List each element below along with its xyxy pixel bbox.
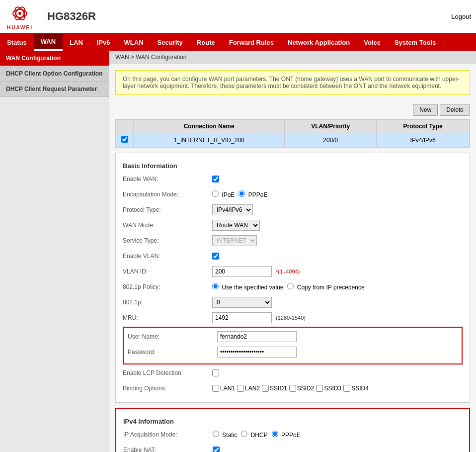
binding-ssid1-checkbox[interactable] xyxy=(262,385,269,392)
nav-forward-rules[interactable]: Forward Rules xyxy=(222,35,281,50)
wan-mode-select[interactable]: Route WAN Bridge WAN xyxy=(212,220,260,231)
breadcrumb: WAN > WAN Configuration xyxy=(109,51,476,64)
nav-status[interactable]: Status xyxy=(0,35,34,50)
policy-specified-radio[interactable] xyxy=(212,283,219,289)
logo-area: HUAWEI xyxy=(5,2,35,30)
binding-ssid2-option[interactable]: SSID2 xyxy=(289,385,315,392)
enable-wan-checkbox[interactable] xyxy=(212,176,219,182)
encapsulation-pppoe-label: PPPoE xyxy=(248,191,268,198)
policy-copy-radio[interactable] xyxy=(287,283,294,289)
nav-lan[interactable]: LAN xyxy=(63,35,90,50)
wan-mode-row: WAN Mode: Route WAN Bridge WAN xyxy=(123,219,463,232)
enable-vlan-label: Enable VLAN: xyxy=(123,253,212,260)
nav-wan[interactable]: WAN xyxy=(34,34,63,51)
enable-nat-checkbox[interactable] xyxy=(213,447,220,452)
nav-wlan[interactable]: WLAN xyxy=(117,35,151,50)
ipv4-static-radio[interactable] xyxy=(213,431,219,437)
col-connection-name: Connection Name xyxy=(134,120,285,133)
logout-button[interactable]: Logout xyxy=(451,13,471,20)
username-input[interactable] xyxy=(217,331,297,342)
connection-name-cell: 1_INTERNET_R_VID_200 xyxy=(134,133,285,147)
enable-vlan-checkbox[interactable] xyxy=(212,253,219,260)
ipv4-pppoe-option[interactable]: PPPoE xyxy=(272,431,301,439)
nav-security[interactable]: Security xyxy=(151,35,190,50)
brand-name: HUAWEI xyxy=(7,25,33,30)
new-button[interactable]: New xyxy=(413,104,438,116)
binding-ssid4-checkbox[interactable] xyxy=(343,385,350,392)
enable-vlan-row: Enable VLAN: xyxy=(123,250,463,263)
ipv4-acq-label: IP Acquisition Mode: xyxy=(123,431,213,438)
ipv4-static-option[interactable]: Static xyxy=(213,431,237,439)
policy-copy-label: Copy from IP precedence xyxy=(297,284,365,291)
mru-row: MRU: (1280-1540) xyxy=(123,311,463,324)
nav-route[interactable]: Route xyxy=(190,35,222,50)
toolbar: New Delete xyxy=(109,101,476,119)
service-type-label: Service Type: xyxy=(123,237,212,244)
policy-specified-label: Use the specified value xyxy=(222,284,283,291)
svg-point-3 xyxy=(18,12,21,15)
value-8021p-row: 802.1p: 0 xyxy=(123,296,463,309)
binding-ssid3-checkbox[interactable] xyxy=(316,385,323,392)
password-label: Password: xyxy=(128,349,217,356)
binding-ssid4-option[interactable]: SSID4 xyxy=(343,385,369,392)
main-layout: WAN Configuration DHCP Client Option Con… xyxy=(0,51,476,452)
encapsulation-pppoe-option[interactable]: PPPoE xyxy=(238,190,267,198)
encapsulation-label: Encapsulation Mode: xyxy=(123,191,212,198)
binding-ssid2-checkbox[interactable] xyxy=(289,385,296,392)
value-8021p-label: 802.1p: xyxy=(123,299,212,306)
lcp-row: Enable LCP Detection: xyxy=(123,366,463,379)
protocol-type-select[interactable]: IPv4/IPv6 xyxy=(212,204,253,215)
binding-label: Binding Options: xyxy=(123,385,212,392)
vlan-id-row: VLAN ID: *(1–4094) xyxy=(123,265,463,278)
vlan-id-hint: *(1–4094) xyxy=(276,269,300,274)
vlan-priority-cell: 200/0 xyxy=(285,133,377,147)
ipv4-dhcp-radio[interactable] xyxy=(241,431,247,437)
col-protocol-type: Protocol Type xyxy=(377,120,470,133)
vlan-id-input[interactable] xyxy=(212,266,272,277)
nav-ipv6[interactable]: IPv6 xyxy=(90,35,117,50)
ipv4-dhcp-option[interactable]: DHCP xyxy=(241,431,267,439)
encapsulation-pppoe-radio[interactable] xyxy=(238,190,245,197)
policy-specified-option[interactable]: Use the specified value xyxy=(212,283,283,291)
binding-lan1-option[interactable]: LAN1 xyxy=(212,385,235,392)
encapsulation-ipoe-radio[interactable] xyxy=(212,190,219,197)
value-8021p-select[interactable]: 0 xyxy=(212,297,272,308)
content-area: WAN > WAN Configuration On this page, yo… xyxy=(109,51,476,452)
header: HUAWEI HG8326R Logout xyxy=(0,0,476,34)
policy-8021p-row: 802.1p Policy: Use the specified value C… xyxy=(123,280,463,293)
service-type-select[interactable]: INTERNET xyxy=(212,235,257,246)
col-checkbox xyxy=(116,120,134,133)
enable-nat-label: Enable NAT: xyxy=(123,447,213,452)
binding-lan2-checkbox[interactable] xyxy=(237,385,244,392)
mru-hint: (1280-1540) xyxy=(276,315,306,321)
nav-network-application[interactable]: Network Application xyxy=(281,35,357,50)
encapsulation-ipoe-option[interactable]: IPoE xyxy=(212,190,235,198)
binding-lan2-option[interactable]: LAN2 xyxy=(237,385,260,392)
ipv4-ipv6-section: IPv4 Information IP Acquisition Mode: St… xyxy=(115,408,470,452)
binding-lan1-checkbox[interactable] xyxy=(212,385,219,392)
basic-info-title: Basic Information xyxy=(123,162,463,170)
connection-table: Connection Name VLAN/Priority Protocol T… xyxy=(115,119,470,148)
policy-8021p-label: 802.1p Policy: xyxy=(123,283,212,290)
delete-button[interactable]: Delete xyxy=(440,104,470,116)
row-select-checkbox[interactable] xyxy=(121,136,128,143)
mru-input[interactable] xyxy=(212,312,272,323)
binding-ssid3-option[interactable]: SSID3 xyxy=(316,385,341,392)
col-vlan-priority: VLAN/Priority xyxy=(285,120,377,133)
password-input[interactable] xyxy=(217,347,297,358)
nav-voice[interactable]: Voice xyxy=(357,35,388,50)
binding-ssid1-option[interactable]: SSID1 xyxy=(262,385,287,392)
policy-copy-option[interactable]: Copy from IP precedence xyxy=(287,283,364,291)
lcp-checkbox[interactable] xyxy=(212,369,219,376)
sidebar-item-dhcp-option[interactable]: DHCP Client Option Configuration xyxy=(0,66,109,82)
enable-wan-row: Enable WAN: xyxy=(123,173,463,185)
sidebar: WAN Configuration DHCP Client Option Con… xyxy=(0,51,109,452)
basic-info-form: Basic Information Enable WAN: Encapsulat… xyxy=(115,153,470,403)
ipv4-pppoe-radio[interactable] xyxy=(272,431,278,437)
protocol-type-label: Protocol Type: xyxy=(123,206,212,213)
username-row: User Name: xyxy=(128,330,458,343)
table-row[interactable]: 1_INTERNET_R_VID_200 200/0 IPv4/IPv6 xyxy=(116,133,470,147)
sidebar-item-wan-configuration[interactable]: WAN Configuration xyxy=(0,51,109,66)
sidebar-item-dhcp-request[interactable]: DHCP Client Request Parameter xyxy=(0,82,109,97)
nav-system-tools[interactable]: System Tools xyxy=(388,35,443,50)
